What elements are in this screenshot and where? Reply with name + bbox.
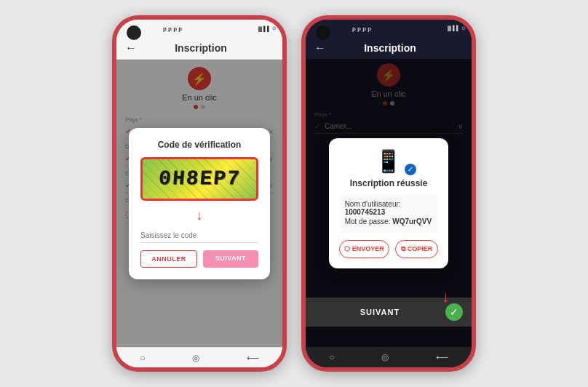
username-line: Nom d'utilisateur: 1000745213 [345,200,433,216]
modal-buttons: ANNULER SUIVANT [140,250,258,268]
red-arrow-icon: ↓ [140,208,258,223]
check-badge: ✓ [405,164,416,175]
modal-wrapper: 📱 ✓ Inscription réussie Nom d'utilisateu… [318,138,459,268]
captcha-text: 0H8EP7 [157,167,242,190]
copy-icon: ⧉ [401,245,405,253]
copier-button[interactable]: ⧉ COPIER [395,240,439,258]
status-bar-2: p p p p ▓ ▌▌ ⊙ [306,20,472,37]
username-label: Nom d'utilisateur: [345,200,401,208]
username-value: 1000745213 [345,208,386,216]
phone-icon: 📱 [375,148,402,174]
copier-label: COPIER [408,245,433,252]
password-label: Mot de passe: [345,218,391,226]
wifi-icon-2: ⊙ [461,25,466,31]
battery-icon-2: ▓ [448,25,451,31]
captcha-box: 0H8EP7 [140,157,258,201]
app-bar-2: ← Inscription [306,37,472,59]
phone-1: p p p p ▓ ▌▌ ⊙ ← Inscription ⚡ En un cli… [112,15,287,372]
signal-icon: ▌▌ [263,26,271,31]
password-value: WQ7urQVV [392,218,432,226]
phone-nav-2: ○ ◎ ⟵ [306,347,472,367]
credentials-section: Nom d'utilisateur: 1000745213 Mot de pas… [339,194,439,233]
nav-home-icon-2[interactable]: ○ [329,352,334,362]
nav-circle-icon[interactable]: ◎ [192,353,199,363]
annuler-button[interactable]: ANNULER [140,250,197,268]
phone-content-2: ⚡ En un clic Pays * ✓ Camer... ∨ 📱 [306,59,472,347]
nav-back-icon[interactable]: ⟵ [247,353,259,363]
back-button-2[interactable]: ← [314,41,326,55]
success-modal: 📱 ✓ Inscription réussie Nom d'utilisateu… [329,138,449,268]
status-icons-2: ▓ ▌▌ ⊙ [448,25,466,31]
wifi-icon: ⊙ [272,25,277,31]
envoyer-label: ENVOYER [352,245,384,252]
app-title-1: Inscription [143,42,259,54]
modal-overlay-1: Code de vérification 0H8EP7 ↓ ANNULER SU… [116,60,282,347]
red-arrow-icon-2: ↓ [442,287,450,306]
phone-nav-1: ○ ◎ ⟵ [116,347,282,367]
phone-content-1: ⚡ En un clic Pays * ✓ Cameroun ∨ Devise … [116,60,282,347]
share-icon: ⬡ [344,245,350,252]
nav-circle-icon-2[interactable]: ◎ [381,352,389,362]
nav-home-icon[interactable]: ○ [140,353,145,363]
status-icons-1: ▓ ▌▌ ⊙ [258,25,277,31]
app-title-2: Inscription [332,42,448,54]
envoyer-button[interactable]: ⬡ ENVOYER [339,240,389,258]
status-time-2: p p p p [352,25,371,32]
status-time-1: p p p p [163,25,182,32]
nav-back-icon-2[interactable]: ⟵ [436,352,448,362]
battery-icon: ▓ [258,26,262,31]
app-bar-1: ← Inscription [116,37,282,60]
status-bar-1: p p p p ▓ ▌▌ ⊙ [116,20,282,37]
modal-title-1: Code de vérification [140,140,258,150]
code-input[interactable] [140,228,258,243]
signal-icon-2: ▌▌ [453,25,460,31]
password-line: Mot de passe: WQ7urQVV [345,218,433,226]
verification-modal: Code de vérification 0H8EP7 ↓ ANNULER SU… [129,128,270,279]
phone-icon-wrapper: 📱 ✓ [339,148,439,174]
success-title: Inscription réussie [339,178,439,188]
phone-2: p p p p ▓ ▌▌ ⊙ ← Inscription ⚡ En un cli… [301,15,476,372]
suivant-button-2[interactable]: SUIVANT [314,308,445,316]
back-button-1[interactable]: ← [125,41,137,55]
suivant-button-1[interactable]: SUIVANT [203,250,258,268]
success-buttons: ⬡ ENVOYER ⧉ COPIER [339,240,439,258]
phone-notch [127,25,141,40]
phone-notch-2 [316,25,330,40]
